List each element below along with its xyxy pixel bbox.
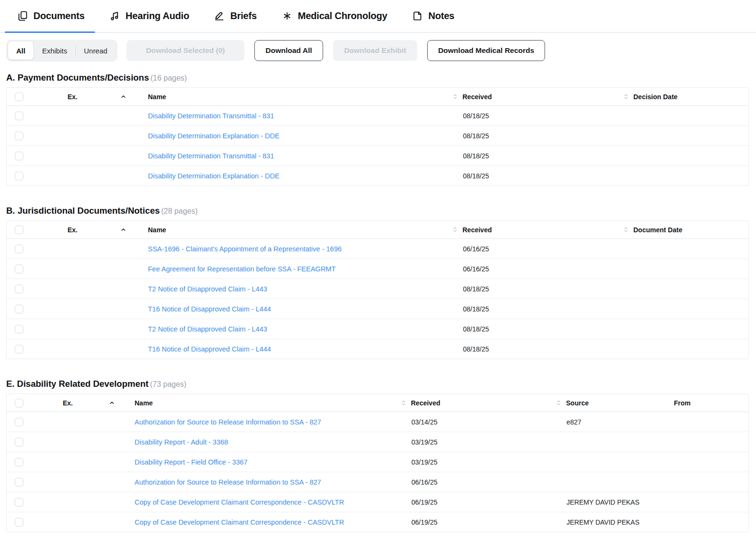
row-checkbox[interactable]	[15, 305, 23, 313]
document-link[interactable]: T16 Notice of Disapproved Claim - L444	[148, 345, 271, 353]
column-header-document-date[interactable]: Document Date	[619, 226, 748, 234]
briefs-icon	[214, 10, 225, 21]
received-cell: 08/18/25	[448, 112, 619, 120]
document-link[interactable]: Fee Agreement for Representation before …	[148, 265, 336, 273]
document-link[interactable]: Disability Determination Transmittal - 8…	[148, 112, 274, 120]
row-checkbox[interactable]	[15, 285, 23, 293]
download-exhibit-button[interactable]: Download Exhibit	[333, 40, 417, 61]
received-cell: 03/19/25	[396, 438, 551, 446]
sort-indicator[interactable]	[108, 226, 138, 233]
document-link[interactable]: T2 Notice of Disapproved Claim - L443	[148, 285, 267, 293]
document-link[interactable]: Disability Determination Explanation - D…	[148, 172, 280, 180]
medical-chronology-icon	[282, 10, 293, 21]
row-checkbox[interactable]	[15, 325, 23, 333]
table-row: Copy of Case Development Claimant Corres…	[7, 512, 748, 532]
source-cell: e827	[551, 418, 655, 426]
received-cell: 08/18/25	[448, 172, 619, 180]
column-header-decision-date[interactable]: Decision Date	[619, 93, 748, 101]
row-checkbox[interactable]	[15, 345, 23, 353]
table-row: T16 Notice of Disapproved Claim - L44408…	[7, 299, 748, 319]
row-checkbox[interactable]	[15, 172, 23, 180]
received-cell: 08/18/25	[448, 285, 619, 293]
column-header-name[interactable]: Name	[138, 226, 448, 234]
tab-label: Notes	[428, 10, 454, 21]
select-all-checkbox[interactable]	[15, 93, 23, 101]
row-checkbox[interactable]	[15, 245, 23, 253]
column-header-received[interactable]: Received	[448, 226, 619, 234]
section-e: E. Disability Related Development(73 pag…	[6, 379, 749, 532]
row-checkbox[interactable]	[15, 112, 23, 120]
tab-documents[interactable]: Documents	[5, 0, 97, 32]
document-link[interactable]: Disability Determination Transmittal - 8…	[148, 152, 274, 160]
column-header-ex[interactable]: Ex.	[37, 93, 108, 101]
document-link[interactable]: T2 Notice of Disapproved Claim - L443	[148, 325, 267, 333]
filter-unread[interactable]: Unread	[76, 41, 116, 60]
sort-indicator[interactable]	[108, 93, 138, 100]
tab-briefs[interactable]: Briefs	[201, 0, 269, 32]
column-header-received[interactable]: Received	[396, 399, 551, 407]
table-row: Authorization for Source to Release Info…	[7, 412, 748, 432]
document-link[interactable]: Copy of Case Development Claimant Corres…	[135, 498, 344, 506]
document-link[interactable]: Authorization for Source to Release Info…	[135, 478, 321, 486]
row-checkbox[interactable]	[15, 518, 23, 527]
received-cell: 08/18/25	[448, 305, 619, 313]
table-row: Disability Report - Field Office - 33670…	[7, 452, 748, 472]
section-title: E. Disability Related Development	[6, 379, 148, 389]
row-checkbox[interactable]	[15, 478, 23, 486]
row-checkbox[interactable]	[15, 132, 23, 140]
document-link[interactable]: SSA-1696 - Claimant's Appointment of a R…	[148, 245, 342, 253]
column-header-received[interactable]: Received	[448, 93, 619, 101]
table-row: T16 Notice of Disapproved Claim - L44408…	[7, 339, 748, 359]
tab-medical-chronology[interactable]: Medical Chronology	[269, 0, 400, 32]
received-cell: 06/19/25	[396, 498, 551, 506]
row-checkbox[interactable]	[15, 498, 23, 507]
document-link[interactable]: T16 Notice of Disapproved Claim - L444	[148, 305, 271, 313]
filter-all[interactable]: All	[8, 41, 33, 60]
column-header-source[interactable]: Source	[551, 399, 655, 407]
column-header-name[interactable]: Name	[125, 399, 396, 407]
filter-segmented-control: AllExhibitsUnread	[6, 40, 117, 62]
section-title: B. Jurisdictional Documents/Notices	[6, 206, 160, 216]
documents-icon	[17, 10, 28, 21]
document-link[interactable]: Authorization for Source to Release Info…	[135, 418, 321, 426]
hearing-audio-icon	[109, 10, 120, 21]
column-header-name[interactable]: Name	[138, 93, 448, 101]
row-checkbox[interactable]	[15, 438, 23, 446]
sort-indicator[interactable]	[98, 399, 125, 406]
download-medical-records-button[interactable]: Download Medical Records	[427, 40, 546, 61]
tab-label: Hearing Audio	[126, 10, 189, 21]
tab-notes[interactable]: Notes	[399, 0, 467, 32]
document-link[interactable]: Disability Report - Field Office - 3367	[135, 458, 248, 466]
column-header-from[interactable]: From	[655, 399, 748, 407]
column-header-ex[interactable]: Ex.	[37, 226, 108, 234]
sort-toggle-icon	[622, 93, 630, 100]
table-row: Disability Report - Adult - 336803/19/25	[7, 432, 748, 452]
received-cell: 08/18/25	[448, 325, 619, 333]
column-header-ex[interactable]: Ex.	[37, 399, 98, 407]
document-link[interactable]: Disability Determination Explanation - D…	[148, 132, 280, 140]
table-header-row: Ex.NameReceivedSourceFrom	[7, 394, 748, 412]
row-checkbox[interactable]	[15, 265, 23, 273]
sort-toggle-icon	[452, 226, 459, 233]
select-all-checkbox[interactable]	[15, 226, 23, 234]
documents-table: Ex.NameReceivedDecision DateDisability D…	[6, 87, 749, 186]
row-checkbox[interactable]	[15, 152, 23, 160]
table-row: Disability Determination Explanation - D…	[7, 125, 748, 145]
document-link[interactable]: Copy of Case Development Claimant Corres…	[135, 518, 344, 526]
row-checkbox[interactable]	[15, 458, 23, 466]
tab-hearing-audio[interactable]: Hearing Audio	[97, 0, 201, 32]
filter-exhibits[interactable]: Exhibits	[34, 41, 75, 60]
row-checkbox[interactable]	[15, 418, 23, 426]
notes-icon	[412, 10, 423, 21]
table-row: Authorization for Source to Release Info…	[7, 472, 748, 492]
select-all-checkbox[interactable]	[15, 399, 23, 407]
documents-table: Ex.NameReceivedSourceFromAuthorization f…	[6, 393, 749, 532]
download-all-button[interactable]: Download All	[254, 40, 323, 61]
document-sections: A. Payment Documents/Decisions(16 pages)…	[0, 72, 756, 532]
sort-asc-icon	[120, 93, 127, 100]
sort-asc-icon	[120, 226, 127, 233]
document-link[interactable]: Disability Report - Adult - 3368	[135, 438, 228, 446]
download-selected-0-button[interactable]: Download Selected (0)	[126, 40, 244, 61]
table-row: Disability Determination Explanation - D…	[7, 166, 748, 186]
table-row: Disability Determination Transmittal - 8…	[7, 105, 748, 125]
